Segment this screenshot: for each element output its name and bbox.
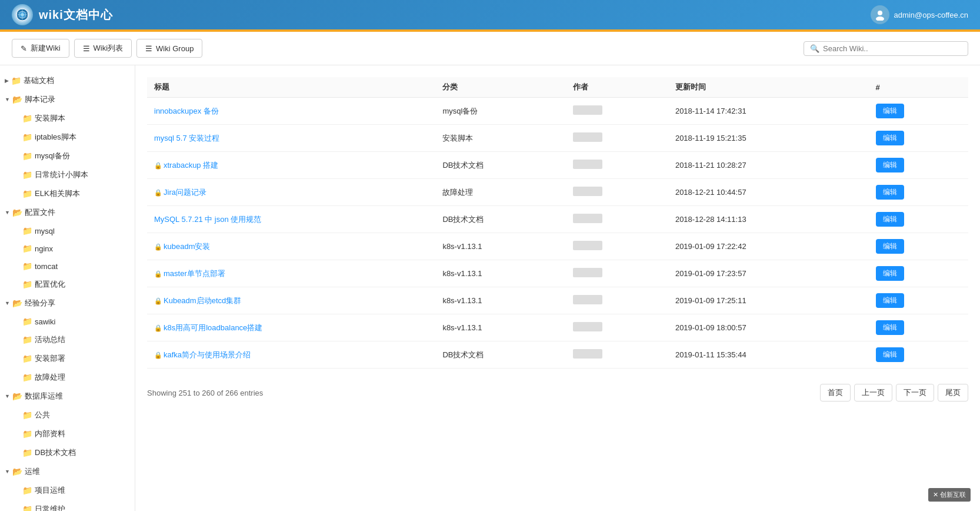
table-row: MySQL 5.7.21 中 json 使用规范DB技术文档2018-12-28… <box>147 206 968 233</box>
edit-wiki-button[interactable]: 编辑 <box>876 347 904 362</box>
wiki-title-link[interactable]: Kubeadm启动etcd集群 <box>164 296 241 305</box>
sidebar-item-label: nginx <box>35 244 53 253</box>
wiki-title-link[interactable]: Jira问题记录 <box>164 188 206 197</box>
sidebar-item-tomcat_pz[interactable]: 📁tomcat <box>0 257 135 275</box>
sidebar-item-sawiki[interactable]: 📁sawiki <box>0 313 135 330</box>
new-wiki-button[interactable]: ✎ 新建Wiki <box>12 39 69 58</box>
lock-icon: 🔒 <box>154 351 162 359</box>
sidebar-item-label: DB技术文档 <box>35 447 76 458</box>
sidebar-item-elk[interactable]: 📁ELK相关脚本 <box>0 184 135 203</box>
folder-icon: 📁 <box>22 429 32 439</box>
edit-wiki-button[interactable]: 编辑 <box>876 104 904 118</box>
wiki-list-button[interactable]: ☰ Wiki列表 <box>74 39 132 58</box>
toolbar: ✎ 新建Wiki ☰ Wiki列表 ☰ Wiki Group 🔍 <box>0 32 980 65</box>
username-label: admin@ops-coffee.cn <box>894 11 968 19</box>
sidebar-item-guzhang[interactable]: 📁故障处理 <box>0 368 135 387</box>
wiki-category: k8s-v1.13.1 <box>435 314 565 341</box>
edit-wiki-button[interactable]: 编辑 <box>876 131 904 145</box>
sidebar-item-label: 安装脚本 <box>35 113 65 124</box>
sidebar-item-anzhuang[interactable]: 📁安装脚本 <box>0 109 135 128</box>
sidebar-item-label: 基础文档 <box>24 75 54 86</box>
collapse-icon: ▼ <box>5 97 10 102</box>
edit-wiki-button[interactable]: 编辑 <box>876 320 904 335</box>
next-page-button[interactable]: 下一页 <box>896 384 934 402</box>
wiki-updated: 2019-01-11 15:35:44 <box>668 341 869 369</box>
wiki-title-link[interactable]: kubeadm安装 <box>164 242 210 251</box>
sidebar-item-anzhuang2[interactable]: 📁安装部署 <box>0 349 135 368</box>
edit-wiki-button[interactable]: 编辑 <box>876 158 904 172</box>
wiki-title-link[interactable]: k8s用高可用loadbalance搭建 <box>164 323 262 332</box>
wiki-title-link[interactable]: kafka简介与使用场景介绍 <box>164 350 251 359</box>
sidebar-item-shujuku[interactable]: ▼📂数据库运维 <box>0 387 135 406</box>
first-page-button[interactable]: 首页 <box>820 384 851 402</box>
sidebar-item-xiangmu[interactable]: 📁项目运维 <box>0 481 135 500</box>
wiki-title-link[interactable]: master单节点部署 <box>164 269 225 278</box>
header-left: wiki文档中心 <box>12 4 113 25</box>
wiki-author <box>566 152 668 179</box>
sidebar-item-label: 配置文件 <box>25 207 55 218</box>
wiki-title-link[interactable]: mysql 5.7 安装过程 <box>154 134 219 142</box>
sidebar-item-iptables[interactable]: 📁iptables脚本 <box>0 128 135 147</box>
wiki-title-link[interactable]: innobackupex 备份 <box>154 107 219 115</box>
table-header-row: 标题 分类 作者 更新时间 # <box>147 77 968 98</box>
edit-wiki-button[interactable]: 编辑 <box>876 185 904 200</box>
sidebar-item-label: 安装部署 <box>35 353 65 364</box>
sidebar-item-label: mysql <box>35 227 55 235</box>
folder-icon: 📁 <box>22 335 32 344</box>
author-avatar-placeholder <box>573 187 602 196</box>
sidebar-item-label: 日常维护 <box>35 504 65 511</box>
sidebar-item-db_doc[interactable]: 📁DB技术文档 <box>0 443 135 462</box>
sidebar-item-jingyan[interactable]: ▼📂经验分享 <box>0 294 135 313</box>
folder-icon: 📁 <box>22 354 32 363</box>
edit-wiki-button[interactable]: 编辑 <box>876 266 904 281</box>
collapse-icon: ▼ <box>5 469 10 474</box>
sidebar-item-label: 配置优化 <box>35 279 65 290</box>
sidebar-item-jichu[interactable]: ▶📁基础文档 <box>0 71 135 90</box>
folder-icon: 📁 <box>22 486 32 495</box>
sidebar-item-label: 内部资料 <box>35 429 65 439</box>
sidebar-item-mysql_pz[interactable]: 📁mysql <box>0 222 135 240</box>
author-avatar-placeholder <box>573 295 602 304</box>
wiki-category: k8s-v1.13.1 <box>435 287 565 314</box>
lock-icon: 🔒 <box>154 324 162 331</box>
sidebar-item-nginx_pz[interactable]: 📁nginx <box>0 240 135 257</box>
prev-page-button[interactable]: 上一页 <box>854 384 892 402</box>
wiki-title-link[interactable]: xtrabackup 搭建 <box>164 161 218 170</box>
author-avatar-placeholder <box>573 349 602 359</box>
wiki-group-button[interactable]: ☰ Wiki Group <box>136 39 202 58</box>
author-avatar-placeholder <box>573 214 602 223</box>
sidebar-item-label: 日常统计小脚本 <box>35 170 88 180</box>
sidebar-item-huodong[interactable]: 📁活动总结 <box>0 330 135 349</box>
wiki-updated: 2018-11-14 17:42:31 <box>668 98 869 125</box>
wiki-title-link[interactable]: MySQL 5.7.21 中 json 使用规范 <box>154 215 261 224</box>
folder-icon: 📂 <box>12 95 22 104</box>
wiki-author <box>566 341 668 369</box>
folder-icon: 📁 <box>22 170 32 180</box>
folder-icon: 📁 <box>22 373 32 382</box>
wiki-category: mysql备份 <box>435 98 565 125</box>
edit-wiki-button[interactable]: 编辑 <box>876 239 904 254</box>
wiki-category: k8s-v1.13.1 <box>435 233 565 260</box>
sidebar-item-yunwei1[interactable]: ▼📂运维 <box>0 462 135 481</box>
sidebar-item-gonggong[interactable]: 📁公共 <box>0 406 135 424</box>
edit-wiki-button[interactable]: 编辑 <box>876 212 904 227</box>
svg-point-7 <box>876 16 884 21</box>
folder-icon: 📁 <box>22 189 32 198</box>
edit-wiki-button[interactable]: 编辑 <box>876 293 904 308</box>
search-input[interactable] <box>823 44 962 53</box>
col-title: 标题 <box>147 77 435 98</box>
sidebar-item-mysql_beifen[interactable]: 📁mysql备份 <box>0 147 135 165</box>
sidebar-item-label: mysql备份 <box>35 151 70 161</box>
search-box[interactable]: 🔍 <box>804 41 968 56</box>
wiki-author <box>566 98 668 125</box>
sidebar-item-richang2[interactable]: 📁日常维护 <box>0 500 135 511</box>
wiki-category: DB技术文档 <box>435 152 565 179</box>
last-page-button[interactable]: 尾页 <box>938 384 968 402</box>
sidebar-item-neibu[interactable]: 📁内部资料 <box>0 424 135 443</box>
header: wiki文档中心 admin@ops-coffee.cn <box>0 0 980 29</box>
wiki-author <box>566 314 668 341</box>
sidebar-item-jiaoben[interactable]: ▼📂脚本记录 <box>0 90 135 109</box>
sidebar-item-richang[interactable]: 📁日常统计小脚本 <box>0 165 135 184</box>
sidebar-item-pzyh[interactable]: 📁配置优化 <box>0 275 135 294</box>
sidebar-item-peizhi[interactable]: ▼📂配置文件 <box>0 203 135 222</box>
